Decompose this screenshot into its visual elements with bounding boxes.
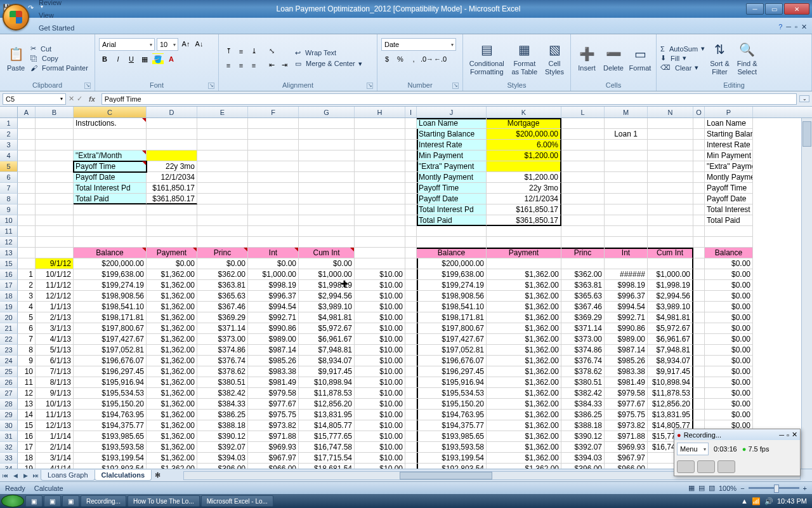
cell-D11[interactable] [147, 226, 197, 237]
close-button[interactable]: ✕ [784, 3, 809, 15]
number-launcher[interactable]: ↘ [452, 83, 459, 89]
row-header[interactable]: 29 [0, 410, 18, 420]
cell-O26[interactable] [693, 377, 705, 388]
rec-pause-button[interactable] [677, 460, 695, 473]
cell-B29[interactable]: 11/1/13 [36, 410, 74, 420]
cell-M24[interactable]: $985.26 [605, 356, 648, 366]
cell-H5[interactable] [355, 161, 405, 172]
cell-C1[interactable]: Instructions. [74, 118, 147, 129]
cell-P25[interactable]: $0.00 [705, 366, 753, 377]
cell-J30[interactable]: $194,375.77 [417, 420, 487, 431]
cell-C12[interactable] [74, 237, 147, 248]
cell-O24[interactable] [693, 356, 705, 366]
cell-M22[interactable]: $989.00 [605, 334, 648, 345]
cell-L24[interactable]: $376.74 [561, 356, 605, 366]
col-header-A[interactable]: A [18, 107, 36, 117]
cell-I29[interactable] [405, 410, 417, 420]
cell-K7[interactable]: 22y 3mo [487, 183, 561, 194]
cell-N21[interactable]: $5,972.67 [648, 323, 693, 334]
cell-N6[interactable] [648, 172, 693, 183]
cell-C33[interactable]: $193,199.54 [74, 453, 147, 464]
zoom-slider[interactable] [749, 487, 799, 489]
cell-I30[interactable] [405, 420, 417, 431]
cell-G27[interactable]: $11,878.53 [299, 388, 355, 399]
cell-K31[interactable]: $1,362.00 [487, 431, 561, 442]
cell-C2[interactable] [74, 129, 147, 140]
cell-N10[interactable] [648, 215, 693, 226]
cell-F28[interactable]: $977.67 [248, 399, 299, 410]
cell-M18[interactable]: $996.37 [605, 291, 648, 302]
cell-E28[interactable]: $384.33 [197, 399, 248, 410]
cell-K6[interactable]: $1,200.00 [487, 172, 561, 183]
tab-view[interactable]: View [30, 8, 86, 21]
cell-G20[interactable]: $4,981.81 [299, 312, 355, 323]
format-painter-button[interactable]: 🖌 Format Painter [30, 64, 88, 72]
cell-L32[interactable]: $392.07 [561, 442, 605, 453]
cell-I31[interactable] [405, 431, 417, 442]
cell-F31[interactable]: $971.88 [248, 431, 299, 442]
cell-I33[interactable] [405, 453, 417, 464]
cell-B34[interactable]: 4/1/14 [36, 464, 74, 469]
conditional-formatting-button[interactable]: ▤Conditional Formatting [467, 39, 507, 76]
cell-E15[interactable]: $0.00 [197, 258, 248, 269]
cell-L5[interactable] [561, 161, 605, 172]
cell-B9[interactable] [36, 204, 74, 215]
cell-K16[interactable]: $1,362.00 [487, 269, 561, 280]
row-header[interactable]: 31 [0, 431, 18, 442]
cell-J15[interactable]: $200,000.00 [417, 258, 487, 269]
cell-J12[interactable] [417, 237, 487, 248]
cell-P3[interactable]: Interest Rate [705, 140, 753, 150]
cell-L23[interactable]: $374.86 [561, 345, 605, 356]
row-header[interactable]: 34 [0, 464, 18, 469]
cell-M26[interactable]: $981.49 [605, 377, 648, 388]
cell-D22[interactable]: $1,362.00 [147, 334, 197, 345]
minimize-button[interactable]: ─ [746, 3, 764, 15]
cell-P24[interactable]: $0.00 [705, 356, 753, 366]
cell-N23[interactable]: $7,948.81 [648, 345, 693, 356]
cell-K17[interactable]: $1,362.00 [487, 280, 561, 291]
col-header-H[interactable]: H [355, 107, 405, 117]
cell-G22[interactable]: $6,961.67 [299, 334, 355, 345]
cell-P2[interactable]: Starting Balance [705, 129, 753, 140]
cell-D26[interactable]: $1,362.00 [147, 377, 197, 388]
cell-A23[interactable]: 8 [18, 345, 36, 356]
fx-icon[interactable]: fx [85, 95, 99, 103]
border-button[interactable]: ▦ [139, 53, 150, 65]
cell-L4[interactable] [561, 150, 605, 161]
office-button[interactable] [3, 4, 29, 30]
cell-B13[interactable] [36, 248, 74, 258]
next-sheet-icon[interactable]: ▶ [20, 472, 30, 479]
cell-N17[interactable]: $1,998.19 [648, 280, 693, 291]
expand-formula-icon[interactable]: ⌄ [799, 95, 809, 102]
cell-F5[interactable] [248, 161, 299, 172]
cell-J1[interactable]: Loan Name [417, 118, 487, 129]
sheet-tab[interactable]: Clalculations [95, 470, 152, 481]
cell-M32[interactable]: $969.93 [605, 442, 648, 453]
cell-D34[interactable]: $1,362.00 [147, 464, 197, 469]
cell-I18[interactable] [405, 291, 417, 302]
row-header[interactable]: 26 [0, 377, 18, 388]
start-button[interactable] [1, 495, 24, 507]
cell-F15[interactable]: $0.00 [248, 258, 299, 269]
cell-I27[interactable] [405, 388, 417, 399]
cell-K23[interactable]: $1,362.00 [487, 345, 561, 356]
cell-O19[interactable] [693, 302, 705, 312]
vertical-scrollbar[interactable] [801, 118, 812, 469]
minimize-ribbon-icon[interactable]: ─ [786, 23, 791, 31]
cell-M34[interactable]: $966.00 [605, 464, 648, 469]
inc-decimal-icon[interactable]: .0→ [421, 53, 433, 65]
row-header[interactable]: 2 [0, 129, 18, 140]
cell-N22[interactable]: $6,961.67 [648, 334, 693, 345]
cell-J7[interactable]: Payoff Time [417, 183, 487, 194]
cell-A24[interactable]: 9 [18, 356, 36, 366]
cell-P27[interactable]: $0.00 [705, 388, 753, 399]
cell-H22[interactable]: $10.00 [355, 334, 405, 345]
cell-M6[interactable] [605, 172, 648, 183]
cell-H31[interactable]: $10.00 [355, 431, 405, 442]
cell-A27[interactable]: 12 [18, 388, 36, 399]
col-header-L[interactable]: L [561, 107, 605, 117]
name-box[interactable]: C5▾ [3, 93, 66, 105]
cell-E23[interactable]: $374.86 [197, 345, 248, 356]
cell-M27[interactable]: $979.58 [605, 388, 648, 399]
cell-B3[interactable] [36, 140, 74, 150]
